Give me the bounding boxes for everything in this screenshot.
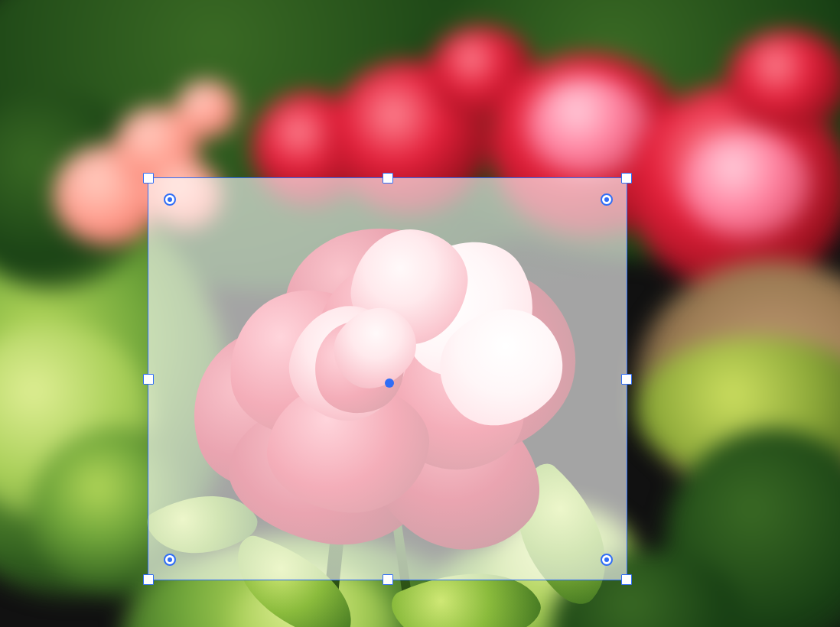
scale-handle-top-middle[interactable]: [383, 173, 393, 184]
scale-handle-middle-left[interactable]: [143, 374, 154, 385]
selection-rectangle[interactable]: [148, 177, 627, 580]
scale-handle-bottom-left[interactable]: [143, 574, 154, 585]
selection-anchor[interactable]: [385, 378, 394, 388]
scale-handle-top-left[interactable]: [143, 173, 154, 184]
rotate-handle-top-left[interactable]: [164, 193, 176, 206]
scale-handle-bottom-right[interactable]: [621, 574, 632, 585]
rotate-handle-bottom-right[interactable]: [601, 554, 613, 566]
scale-handle-bottom-middle[interactable]: [383, 574, 393, 585]
rotate-handle-top-right[interactable]: [601, 193, 613, 206]
scale-handle-top-right[interactable]: [621, 173, 632, 184]
rotate-handle-bottom-left[interactable]: [164, 554, 176, 566]
image-canvas[interactable]: [0, 0, 840, 627]
scale-handle-middle-right[interactable]: [621, 374, 632, 385]
